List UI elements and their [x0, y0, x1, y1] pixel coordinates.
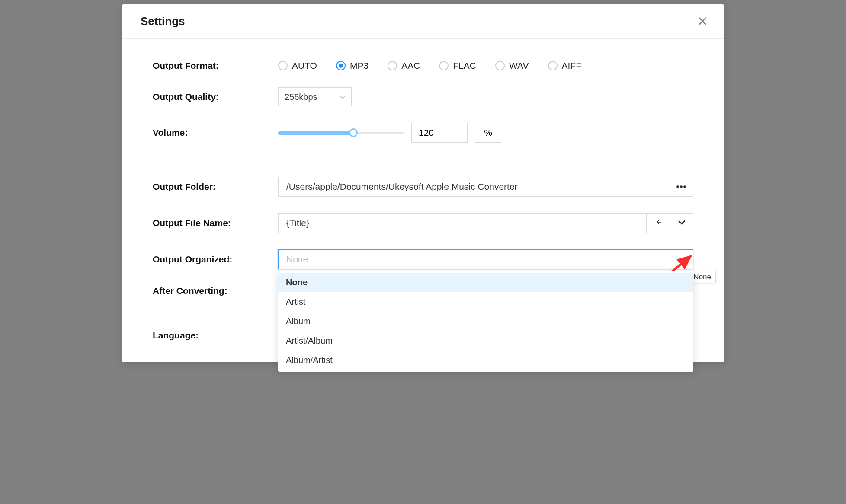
radio-label: MP3: [350, 61, 369, 71]
radio-circle-icon: [495, 61, 505, 70]
row-output-organized: Output Organized: None NoneArtistAlbumAr…: [153, 249, 693, 269]
radio-aiff[interactable]: AIFF: [548, 61, 582, 71]
volume-controls: 120 %: [278, 123, 693, 143]
label-after-converting: After Converting:: [153, 286, 278, 296]
filename-template-button[interactable]: [670, 213, 693, 233]
label-language: Language:: [153, 330, 278, 341]
reset-filename-button[interactable]: [647, 213, 670, 233]
output-organized-menu: NoneArtistAlbumArtist/AlbumAlbum/Artist: [278, 271, 693, 372]
label-output-folder: Output Folder:: [153, 182, 278, 192]
row-output-quality: Output Quality: 256kbps: [153, 87, 693, 106]
label-output-organized: Output Organized:: [153, 254, 278, 265]
output-organized-select[interactable]: None: [278, 249, 693, 269]
radio-circle-icon: [278, 61, 288, 70]
row-output-format: Output Format: AUTOMP3AACFLACWAVAIFF: [153, 61, 693, 71]
row-output-file-name: Output File Name: {Title}: [153, 213, 693, 233]
dropdown-item-artist-album[interactable]: Artist/Album: [278, 331, 693, 351]
divider: [153, 159, 693, 159]
row-volume: Volume: 120 %: [153, 123, 693, 143]
slider-fill: [278, 131, 353, 135]
label-output-file-name: Output File Name:: [153, 218, 278, 228]
radio-circle-icon: [388, 61, 397, 70]
radio-auto[interactable]: AUTO: [278, 61, 317, 71]
slider-thumb[interactable]: [349, 128, 358, 137]
output-format-radio-group: AUTOMP3AACFLACWAVAIFF: [278, 61, 581, 71]
browse-folder-button[interactable]: •••: [670, 177, 693, 197]
dropdown-item-album[interactable]: Album: [278, 312, 693, 331]
radio-circle-icon: [439, 61, 449, 70]
volume-value: 120: [419, 128, 434, 138]
more-icon: •••: [676, 182, 686, 192]
output-quality-select[interactable]: 256kbps: [278, 87, 352, 106]
radio-circle-icon: [548, 61, 558, 70]
output-file-name-group: {Title}: [278, 213, 693, 233]
output-folder-group: /Users/apple/Documents/Ukeysoft Apple Mu…: [278, 177, 693, 197]
output-organized-controls: None NoneArtistAlbumArtist/AlbumAlbum/Ar…: [278, 249, 693, 269]
dropdown-item-artist[interactable]: Artist: [278, 292, 693, 312]
output-folder-value: /Users/apple/Documents/Ukeysoft Apple Mu…: [286, 182, 518, 192]
output-quality-controls: 256kbps: [278, 87, 693, 106]
chevron-down-icon: [679, 256, 685, 263]
modal-title: Settings: [141, 15, 185, 28]
radio-aac[interactable]: AAC: [388, 61, 420, 71]
output-organized-placeholder: None: [286, 254, 308, 265]
arrow-left-icon: [654, 218, 662, 228]
close-button[interactable]: ✕: [697, 14, 708, 29]
radio-label: WAV: [509, 61, 529, 71]
dropdown-item-none[interactable]: None: [278, 273, 693, 292]
output-file-name-value: {Title}: [286, 218, 309, 228]
modal-header: Settings ✕: [122, 4, 724, 39]
output-quality-value: 256kbps: [285, 92, 317, 102]
radio-label: AUTO: [292, 61, 317, 71]
radio-label: AIFF: [562, 61, 582, 71]
output-folder-controls: /Users/apple/Documents/Ukeysoft Apple Mu…: [278, 177, 693, 197]
output-organized-dropdown: None NoneArtistAlbumArtist/AlbumAlbum/Ar…: [278, 249, 693, 269]
dropdown-item-album-artist[interactable]: Album/Artist: [278, 351, 693, 370]
volume-unit: %: [475, 123, 501, 143]
output-folder-input[interactable]: /Users/apple/Documents/Ukeysoft Apple Mu…: [278, 177, 670, 197]
settings-modal: Settings ✕ Output Format: AUTOMP3AACFLAC…: [122, 4, 724, 362]
volume-slider[interactable]: [278, 131, 404, 134]
row-output-folder: Output Folder: /Users/apple/Documents/Uk…: [153, 177, 693, 197]
label-output-quality: Output Quality:: [153, 92, 278, 102]
radio-wav[interactable]: WAV: [495, 61, 529, 71]
output-file-name-input[interactable]: {Title}: [278, 213, 647, 233]
label-output-format: Output Format:: [153, 61, 278, 71]
radio-circle-icon: [336, 61, 346, 70]
output-file-name-controls: {Title}: [278, 213, 693, 233]
modal-content: Output Format: AUTOMP3AACFLACWAVAIFF Out…: [122, 39, 724, 362]
radio-label: AAC: [401, 61, 420, 71]
radio-label: FLAC: [453, 61, 476, 71]
chevron-down-icon: [678, 218, 686, 228]
chevron-down-icon: [340, 93, 345, 100]
output-format-controls: AUTOMP3AACFLACWAVAIFF: [278, 61, 693, 71]
close-icon: ✕: [697, 14, 708, 29]
radio-flac[interactable]: FLAC: [439, 61, 476, 71]
volume-input[interactable]: 120: [411, 123, 468, 143]
label-volume: Volume:: [153, 128, 278, 138]
radio-mp3[interactable]: MP3: [336, 61, 369, 71]
radio-dot-icon: [339, 64, 343, 68]
